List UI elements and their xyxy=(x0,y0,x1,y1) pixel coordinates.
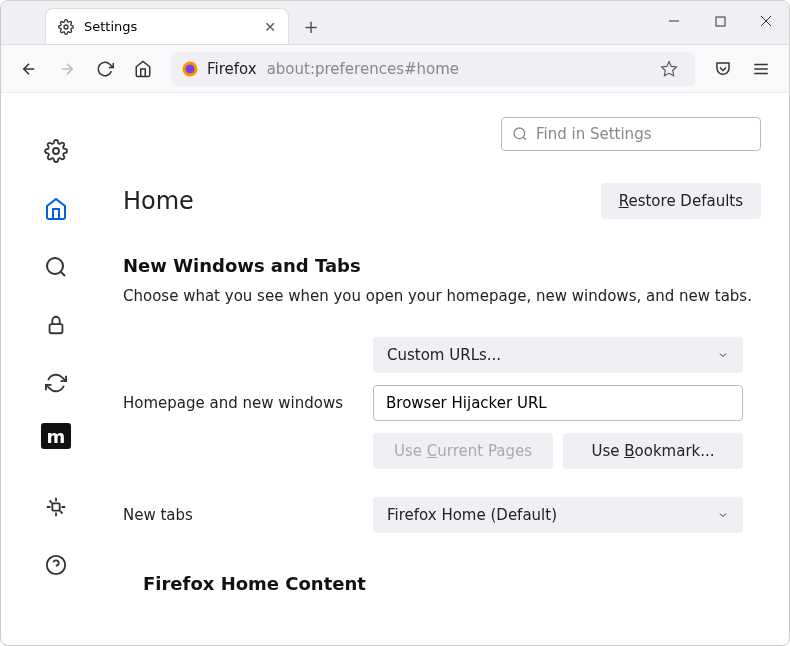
sidebar-mozilla-icon[interactable]: m xyxy=(41,423,71,449)
svg-point-20 xyxy=(514,128,525,139)
svg-line-15 xyxy=(61,272,65,276)
gear-icon xyxy=(58,19,74,35)
minimize-button[interactable] xyxy=(651,1,697,41)
menu-icon[interactable] xyxy=(745,53,777,85)
tab-title: Settings xyxy=(84,19,137,34)
close-icon[interactable]: ✕ xyxy=(264,19,276,35)
sidebar-help-icon[interactable] xyxy=(38,547,74,583)
back-button[interactable] xyxy=(13,53,45,85)
homepage-mode-value: Custom URLs... xyxy=(387,346,501,364)
pocket-icon[interactable] xyxy=(707,53,739,85)
new-tab-button[interactable]: + xyxy=(295,10,327,42)
svg-line-21 xyxy=(523,137,526,140)
newtabs-label: New tabs xyxy=(123,506,373,524)
window-controls xyxy=(651,1,789,41)
bookmark-star-icon[interactable] xyxy=(653,53,685,85)
sidebar-general-icon[interactable] xyxy=(38,133,74,169)
svg-rect-16 xyxy=(50,324,63,333)
homepage-url-input[interactable] xyxy=(373,385,743,421)
sidebar-privacy-icon[interactable] xyxy=(38,307,74,343)
search-icon xyxy=(512,126,528,142)
url-bar[interactable]: Firefox about:preferences#home xyxy=(171,52,695,86)
toolbar: Firefox about:preferences#home xyxy=(1,45,789,93)
newtabs-value: Firefox Home (Default) xyxy=(387,506,557,524)
chevron-down-icon xyxy=(717,349,729,361)
section2-heading: Firefox Home Content xyxy=(143,573,761,594)
forward-button[interactable] xyxy=(51,53,83,85)
chevron-down-icon xyxy=(717,509,729,521)
settings-sidebar: m xyxy=(1,93,111,646)
firefox-icon xyxy=(181,60,199,78)
svg-rect-2 xyxy=(716,17,725,26)
homepage-label: Homepage and new windows xyxy=(123,394,373,412)
url-host: Firefox xyxy=(207,60,257,78)
newtabs-select[interactable]: Firefox Home (Default) xyxy=(373,497,743,533)
url-path: about:preferences#home xyxy=(267,60,459,78)
settings-content: Find in Settings Home Restore Defaults N… xyxy=(111,93,789,646)
sidebar-home-icon[interactable] xyxy=(38,191,74,227)
restore-defaults-button[interactable]: Restore Defaults xyxy=(601,183,761,219)
svg-marker-9 xyxy=(662,61,677,75)
settings-search-input[interactable]: Find in Settings xyxy=(501,117,761,151)
use-bookmark-button[interactable]: Use Bookmark... xyxy=(563,433,743,469)
site-identity[interactable]: Firefox xyxy=(181,60,257,78)
svg-point-8 xyxy=(186,64,195,73)
home-button[interactable] xyxy=(127,53,159,85)
page-title: Home xyxy=(123,187,194,215)
use-current-pages-button[interactable]: Use Current Pages xyxy=(373,433,553,469)
svg-point-13 xyxy=(53,148,59,154)
close-window-button[interactable] xyxy=(743,1,789,41)
titlebar: Settings ✕ + xyxy=(1,1,789,45)
sidebar-search-icon[interactable] xyxy=(38,249,74,285)
reload-button[interactable] xyxy=(89,53,121,85)
svg-rect-17 xyxy=(52,503,59,510)
page-body: m Find in Settings Home Restore Defaults… xyxy=(1,93,789,646)
sidebar-sync-icon[interactable] xyxy=(38,365,74,401)
homepage-mode-select[interactable]: Custom URLs... xyxy=(373,337,743,373)
section-heading: New Windows and Tabs xyxy=(123,255,761,276)
maximize-button[interactable] xyxy=(697,1,743,41)
search-placeholder: Find in Settings xyxy=(536,125,651,143)
sidebar-extensions-icon[interactable] xyxy=(38,489,74,525)
svg-point-0 xyxy=(64,25,68,29)
section-description: Choose what you see when you open your h… xyxy=(123,286,761,307)
browser-tab[interactable]: Settings ✕ xyxy=(45,8,289,44)
svg-point-14 xyxy=(47,258,63,274)
